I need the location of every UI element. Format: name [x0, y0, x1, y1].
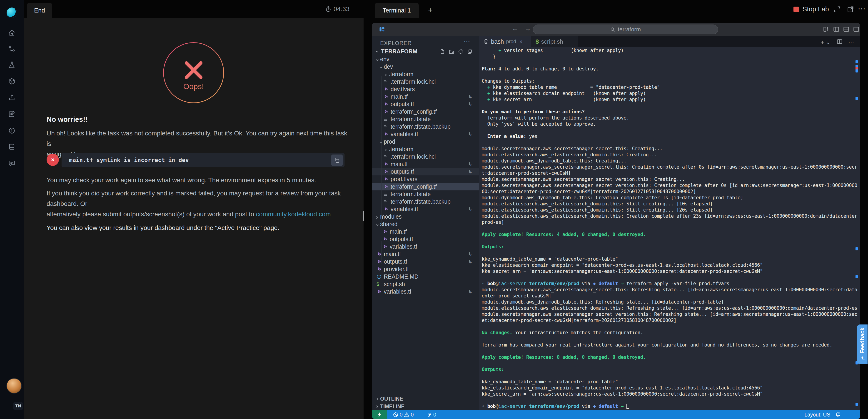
- tab-script-sh[interactable]: $ script.sh: [531, 36, 578, 47]
- pipeline-icon[interactable]: [8, 45, 16, 52]
- tree-item-terraform-config-tf[interactable]: terraform_config.tf: [372, 108, 479, 115]
- tree-item-shared[interactable]: shared: [372, 220, 479, 228]
- tree-item--terraform-lock-hcl[interactable]: .terraform.lock.hcl: [372, 78, 479, 85]
- tree-item-terraform-tfstate[interactable]: terraform.tfstate: [372, 190, 479, 198]
- layout-customize-icon[interactable]: [823, 26, 829, 32]
- explorer-panel: EXPLORER ⋯ TERRAFORM envdev.terraform.te…: [372, 36, 479, 395]
- open-external-icon[interactable]: [847, 6, 854, 13]
- remote-indicator[interactable]: [372, 410, 387, 419]
- tree-item-variables-tf[interactable]: variables.tf: [372, 243, 479, 250]
- tree-item-terraform-tfstate[interactable]: terraform.tfstate: [372, 115, 479, 123]
- toggle-sidebar-icon[interactable]: [833, 26, 839, 32]
- app-menu-icon[interactable]: [379, 26, 385, 32]
- tree-item--terraform[interactable]: .terraform: [372, 145, 479, 153]
- terminal-line: [482, 336, 857, 342]
- tree-item-variables-tf[interactable]: variables.tf↳: [372, 288, 479, 295]
- problems-status[interactable]: 0 0: [393, 410, 414, 419]
- terminal-line: kke_dynamodb_table_name = "datacenter-pr…: [482, 379, 857, 385]
- tree-item-readme-md[interactable]: README.MD: [372, 273, 479, 280]
- tree-item-outputs-tf[interactable]: outputs.tf↳: [372, 168, 479, 175]
- kodekloud-logo-icon[interactable]: [7, 7, 17, 18]
- copy-button[interactable]: [331, 154, 343, 166]
- feedback-tab[interactable]: Feedback: [857, 325, 868, 364]
- tree-item-outputs-tf[interactable]: outputs.tf: [372, 235, 479, 243]
- terraform-file-icon: [382, 229, 388, 234]
- tree-item-dev-tfvars[interactable]: dev.tfvars: [372, 85, 479, 93]
- terminal-output[interactable]: + version_stages = (known after apply) }…: [482, 48, 857, 410]
- terminal-line: + kke_secret_arn = (known after apply): [482, 96, 857, 103]
- tree-item-modules[interactable]: modules: [372, 213, 479, 220]
- cube-icon[interactable]: [8, 78, 16, 85]
- end-tab[interactable]: End: [27, 3, 52, 18]
- terminal-line: module.dynamodb.aws_dynamodb_table.this:…: [482, 158, 857, 164]
- tree-item-main-tf[interactable]: main.tf↳: [372, 93, 479, 100]
- tree-item-variables-tf[interactable]: variables.tf↳: [372, 205, 479, 213]
- terminal-line: module.elasticsearch.aws_elasticsearch_d…: [482, 207, 857, 213]
- tree-item-prod[interactable]: prod: [372, 138, 479, 145]
- tree-item--terraform-lock-hcl[interactable]: .terraform.lock.hcl: [372, 153, 479, 160]
- symlink-icon: ↳: [468, 206, 472, 212]
- tree-item-env[interactable]: env: [372, 55, 479, 63]
- community-link[interactable]: community.kodekloud.com: [256, 211, 331, 218]
- tree-item-prod-tfvars[interactable]: prod.tfvars: [372, 175, 479, 183]
- notifications-bell-icon[interactable]: [835, 412, 841, 418]
- tree-item-provider-tf[interactable]: provider.tf: [372, 265, 479, 273]
- tree-item-terraform-config-tf[interactable]: terraform_config.tf: [372, 183, 479, 190]
- lines-file-icon: [383, 192, 389, 197]
- timeline-section[interactable]: TIMELINE: [372, 402, 479, 410]
- tree-item--terraform[interactable]: .terraform: [372, 70, 479, 78]
- tree-item-outputs-tf[interactable]: outputs.tf↳: [372, 258, 479, 265]
- tree-item-terraform-tfstate-backup[interactable]: terraform.tfstate.backup: [372, 123, 479, 130]
- nav-back-icon[interactable]: ←: [512, 25, 518, 32]
- tree-item-outputs-tf[interactable]: outputs.tf↳: [372, 100, 479, 108]
- info-icon[interactable]: [8, 127, 16, 134]
- stop-lab-button[interactable]: Stop Lab: [794, 5, 829, 13]
- split-terminal-icon[interactable]: [837, 39, 842, 44]
- terminal-line: [482, 274, 857, 280]
- tree-item-dev[interactable]: dev: [372, 63, 479, 70]
- book-icon[interactable]: [8, 143, 16, 150]
- command-search-input[interactable]: terraform: [533, 25, 718, 34]
- tab-bash-prod[interactable]: bash prod ×: [479, 36, 531, 47]
- project-root-row[interactable]: TERRAFORM: [372, 48, 479, 55]
- terminal-tab[interactable]: Terminal 1: [375, 3, 419, 18]
- toggle-secondary-sidebar-icon[interactable]: [853, 26, 859, 32]
- terminal-line: module.secretsmanager.aws_secretsmanager…: [482, 164, 857, 170]
- share-icon[interactable]: [8, 94, 16, 101]
- warning-count-icon: [404, 412, 409, 417]
- outline-section[interactable]: OUTLINE: [372, 395, 479, 402]
- home-icon[interactable]: [8, 29, 16, 36]
- layout-status[interactable]: Layout: US: [804, 410, 830, 419]
- tree-item-terraform-tfstate-backup[interactable]: terraform.tfstate.backup: [372, 198, 479, 205]
- terminal-more-icon[interactable]: ⋯: [848, 39, 855, 46]
- collapse-all-icon[interactable]: [467, 49, 472, 54]
- flask-icon[interactable]: [8, 61, 16, 68]
- terminal-line: module.secretsmanager.aws_secretsmanager…: [482, 182, 857, 188]
- chevron-down-icon: [375, 57, 380, 62]
- tree-item-main-tf[interactable]: main.tf↳: [372, 160, 479, 168]
- more-options-icon[interactable]: ⋯: [858, 4, 866, 13]
- scrollbar-mark: [856, 247, 858, 250]
- scrollbar-mark: [856, 69, 858, 72]
- tree-item-variables-tf[interactable]: variables.tf↳: [372, 130, 479, 138]
- avatar[interactable]: [7, 379, 21, 393]
- new-file-icon[interactable]: [440, 49, 445, 54]
- fullscreen-icon[interactable]: [833, 6, 840, 13]
- terraform-file-icon: [382, 237, 388, 242]
- notes-icon[interactable]: [8, 111, 16, 118]
- nav-forward-icon[interactable]: →: [525, 25, 531, 32]
- terraform-file-icon: [376, 289, 382, 294]
- close-icon[interactable]: ×: [519, 38, 522, 45]
- ports-status[interactable]: 0: [427, 410, 436, 419]
- chat-icon[interactable]: [8, 160, 16, 167]
- tree-item-main-tf[interactable]: main.tf↳: [372, 250, 479, 258]
- new-terminal-split-icon[interactable]: + ⌄: [821, 39, 831, 46]
- explorer-more-icon[interactable]: ⋯: [464, 38, 471, 45]
- tree-item-script-sh[interactable]: $script.sh: [372, 280, 479, 288]
- terminal-line: + kke_dynamodb_table_name = "datacenter-…: [482, 84, 857, 90]
- new-terminal-button[interactable]: +: [425, 5, 435, 15]
- new-folder-icon[interactable]: [449, 49, 454, 54]
- tree-item-main-tf[interactable]: main.tf: [372, 228, 479, 235]
- toggle-panel-icon[interactable]: [843, 26, 849, 32]
- refresh-icon[interactable]: [458, 49, 463, 54]
